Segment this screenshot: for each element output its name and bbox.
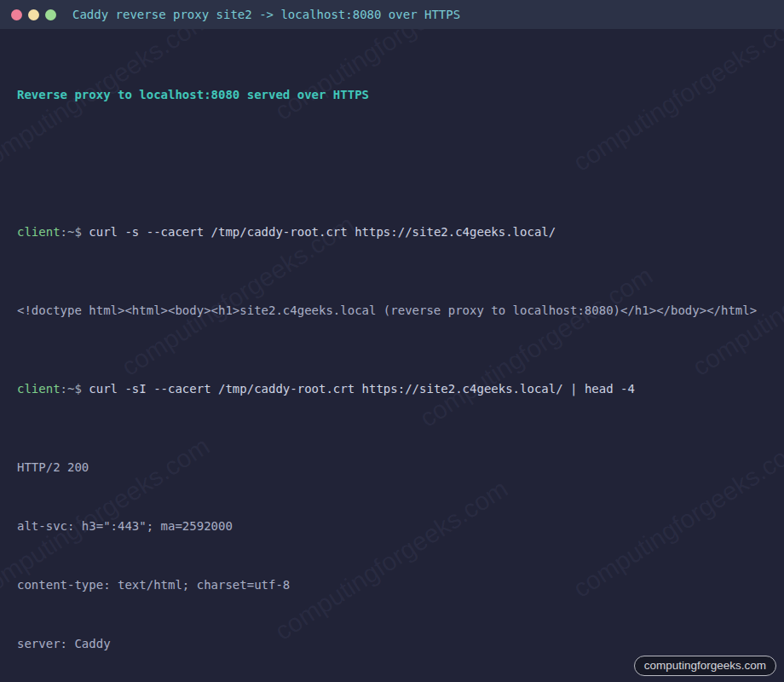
window-title: Caddy reverse proxy site2 -> localhost:8… (72, 8, 460, 21)
terminal-output-line: alt-svc: h3=":443"; ma=2592000 (17, 517, 767, 536)
minimize-button-icon[interactable] (28, 9, 39, 20)
terminal-heading-line: Reverse proxy to localhost:8080 served o… (17, 85, 767, 105)
title-bar[interactable]: Caddy reverse proxy site2 -> localhost:8… (0, 0, 784, 29)
terminal-content[interactable]: Reverse proxy to localhost:8080 served o… (0, 29, 784, 682)
terminal-command-line: client:~$curl -s --cacert /tmp/caddy-roo… (17, 223, 767, 242)
command-text: curl -s --cacert /tmp/caddy-root.crt htt… (89, 225, 556, 239)
close-button-icon[interactable] (11, 9, 22, 20)
blank-line (17, 144, 767, 164)
terminal-output-line: content-type: text/html; charset=utf-8 (17, 575, 767, 595)
terminal-output-line: <!doctype html><html><body><h1>site2.c4g… (17, 301, 767, 321)
command-text: curl -sI --cacert /tmp/caddy-root.crt ht… (89, 382, 635, 396)
maximize-button-icon[interactable] (45, 9, 56, 20)
site-badge: computingforgeeks.com (634, 656, 776, 676)
prompt-hostname: client (17, 382, 61, 396)
terminal-command-line: client:~$curl -sI --cacert /tmp/caddy-ro… (17, 379, 767, 399)
prompt-symbol: :~$ (61, 382, 82, 396)
terminal-window: Caddy reverse proxy site2 -> localhost:8… (0, 0, 784, 682)
prompt-symbol: :~$ (61, 225, 82, 239)
prompt-hostname: client (17, 225, 61, 239)
terminal-output-line: server: Caddy (17, 634, 767, 654)
terminal-output-line: HTTP/2 200 (17, 458, 767, 477)
